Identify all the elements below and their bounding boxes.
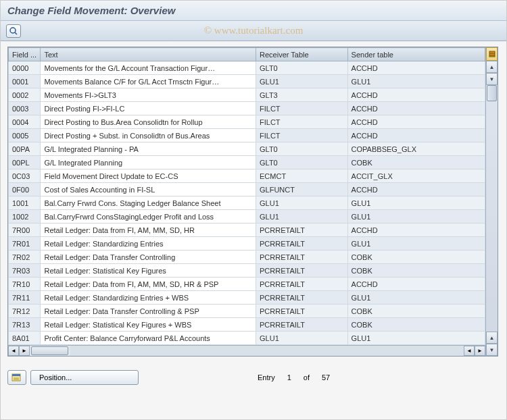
cell-text[interactable]: Profit Center: Balance Carryforward P&L … (41, 332, 256, 345)
column-header-text[interactable]: Text (41, 48, 256, 61)
cell-receiver[interactable]: GLFUNCT (256, 183, 348, 196)
cell-receiver[interactable]: PCRRETAILT (256, 264, 348, 278)
table-row[interactable]: 0F00Cost of Sales Accounting in FI-SLGLF… (9, 183, 485, 196)
cell-receiver[interactable]: PCRRETAILT (256, 318, 348, 332)
cell-text[interactable]: Direct Posting + Subst. in Consolidtn of… (41, 129, 256, 142)
cell-sender[interactable]: ACCHD (347, 61, 485, 75)
cell-field[interactable]: 00PA (9, 142, 41, 156)
cell-field[interactable]: 0002 (9, 88, 41, 102)
cell-sender[interactable]: ACCHD (347, 102, 485, 115)
hscroll-thumb[interactable] (31, 346, 68, 355)
cell-receiver[interactable]: PCRRETAILT (256, 237, 348, 251)
cell-sender[interactable]: COBK (347, 264, 485, 278)
position-button[interactable]: Position... (30, 370, 139, 385)
vertical-scrollbar[interactable]: ▲ ▼ ▲ ▼ (485, 47, 498, 356)
cell-receiver[interactable]: PCRRETAILT (256, 224, 348, 237)
table-row[interactable]: 0005Direct Posting + Subst. in Consolidt… (9, 129, 485, 142)
cell-field[interactable]: 7R00 (9, 224, 41, 237)
cell-receiver[interactable]: PCRRETAILT (256, 305, 348, 318)
cell-field[interactable]: 0005 (9, 129, 41, 142)
cell-sender[interactable]: COBK (347, 318, 485, 332)
cell-field[interactable]: 7R11 (9, 291, 41, 305)
scroll-down-button[interactable]: ▼ (486, 344, 498, 356)
cell-text[interactable]: Bal.CarryFrwrd ConsStagingLedger Profit … (41, 210, 256, 224)
cell-sender[interactable]: ACCHD (347, 115, 485, 129)
table-row[interactable]: 0C03Field Movement Direct Update to EC-C… (9, 169, 485, 183)
cell-field[interactable]: 00PL (9, 156, 41, 169)
table-row[interactable]: 00PAG/L Integrated Planning - PAGLT0COPA… (9, 142, 485, 156)
cell-receiver[interactable]: PCRRETAILT (256, 251, 348, 264)
scroll-left-button-2[interactable]: ◄ (464, 346, 475, 356)
column-header-sender[interactable]: Sender table (347, 48, 485, 61)
cell-field[interactable]: 0F00 (9, 183, 41, 196)
cell-text[interactable]: Movements Balance C/F for G/L Acct Trnsc… (41, 75, 256, 88)
vscroll-track[interactable] (486, 85, 498, 332)
cell-receiver[interactable]: FILCT (256, 129, 348, 142)
cell-sender[interactable]: GLU1 (347, 210, 485, 224)
cell-text[interactable]: Bal.Carry Frwrd Cons. Staging Ledger Bal… (41, 196, 256, 210)
cell-sender[interactable]: GLU1 (347, 237, 485, 251)
cell-receiver[interactable]: PCRRETAILT (256, 278, 348, 291)
vscroll-thumb[interactable] (487, 85, 497, 101)
cell-text[interactable]: Movements for the G/L Account Transactio… (41, 61, 256, 75)
table-row[interactable]: 0000Movements for the G/L Account Transa… (9, 61, 485, 75)
cell-field[interactable]: 0000 (9, 61, 41, 75)
position-icon-button[interactable] (7, 370, 26, 385)
table-row[interactable]: 0004Direct Posting to Bus.Area Consolidt… (9, 115, 485, 129)
table-row[interactable]: 7R02Retail Ledger: Data Transfer Control… (9, 251, 485, 264)
scroll-right-button[interactable]: ► (19, 346, 30, 356)
cell-text[interactable]: G/L Integrated Planning - PA (41, 142, 256, 156)
cell-receiver[interactable]: PCRRETAILT (256, 291, 348, 305)
cell-field[interactable]: 7R01 (9, 237, 41, 251)
cell-sender[interactable]: ACCHD (347, 88, 485, 102)
cell-sender[interactable]: COPABBSEG_GLX (347, 142, 485, 156)
cell-sender[interactable]: COBK (347, 251, 485, 264)
cell-receiver[interactable]: GLU1 (256, 196, 348, 210)
cell-field[interactable]: 0001 (9, 75, 41, 88)
scroll-up-button[interactable]: ▲ (486, 61, 498, 73)
table-row[interactable]: 8A01Profit Center: Balance Carryforward … (9, 332, 485, 345)
cell-sender[interactable]: ACCHD (347, 224, 485, 237)
cell-receiver[interactable]: GLT0 (256, 142, 348, 156)
cell-field[interactable]: 1002 (9, 210, 41, 224)
table-row[interactable]: 7R13Retail Ledger: Statistical Key Figur… (9, 318, 485, 332)
scroll-left-button[interactable]: ◄ (8, 346, 19, 356)
cell-text[interactable]: Retail Ledger: Data Transfer Controlling (41, 251, 256, 264)
column-header-field[interactable]: Field ... (9, 48, 41, 61)
cell-field[interactable]: 7R10 (9, 278, 41, 291)
cell-receiver[interactable]: GLU1 (256, 75, 348, 88)
cell-sender[interactable]: ACCIT_GLX (347, 169, 485, 183)
table-row[interactable]: 7R11Retail Ledger: Standardizing Entries… (9, 291, 485, 305)
cell-text[interactable]: Retail Ledger: Statistical Key Figures (41, 264, 256, 278)
table-row[interactable]: 7R01Retail Ledger: Standardizing Entries… (9, 237, 485, 251)
cell-receiver[interactable]: ECMCT (256, 169, 348, 183)
scroll-right-button-2[interactable]: ► (475, 346, 485, 356)
table-row[interactable]: 0002Movements FI->GLT3GLT3ACCHD (9, 88, 485, 102)
horizontal-scrollbar[interactable]: ◄ ► ◄ ► (8, 345, 485, 356)
cell-receiver[interactable]: GLU1 (256, 210, 348, 224)
cell-receiver[interactable]: GLU1 (256, 332, 348, 345)
cell-sender[interactable]: GLU1 (347, 291, 485, 305)
select-all-button[interactable] (486, 47, 498, 61)
cell-sender[interactable]: COBK (347, 156, 485, 169)
cell-text[interactable]: Direct Posting to Bus.Area Consolidtn fo… (41, 115, 256, 129)
find-button[interactable] (6, 24, 21, 38)
cell-field[interactable]: 0003 (9, 102, 41, 115)
cell-text[interactable]: Retail Ledger: Statistical Key Figures +… (41, 318, 256, 332)
cell-field[interactable]: 7R12 (9, 305, 41, 318)
cell-field[interactable]: 0004 (9, 115, 41, 129)
cell-text[interactable]: Movements FI->GLT3 (41, 88, 256, 102)
cell-receiver[interactable]: GLT0 (256, 156, 348, 169)
cell-sender[interactable]: COBK (347, 305, 485, 318)
cell-field[interactable]: 8A01 (9, 332, 41, 345)
table-row[interactable]: 0003Direct Posting FI->FI-LCFILCTACCHD (9, 102, 485, 115)
cell-receiver[interactable]: GLT0 (256, 61, 348, 75)
cell-text[interactable]: Retail Ledger: Data from FI, AM, MM, SD,… (41, 278, 256, 291)
cell-text[interactable]: Retail Ledger: Standardizing Entries + W… (41, 291, 256, 305)
cell-text[interactable]: Retail Ledger: Data from FI, AM, MM, SD,… (41, 224, 256, 237)
cell-text[interactable]: G/L Integrated Planning (41, 156, 256, 169)
scroll-down-step-button[interactable]: ▼ (486, 73, 498, 85)
cell-field[interactable]: 7R02 (9, 251, 41, 264)
column-header-receiver[interactable]: Receiver Table (256, 48, 348, 61)
cell-field[interactable]: 0C03 (9, 169, 41, 183)
